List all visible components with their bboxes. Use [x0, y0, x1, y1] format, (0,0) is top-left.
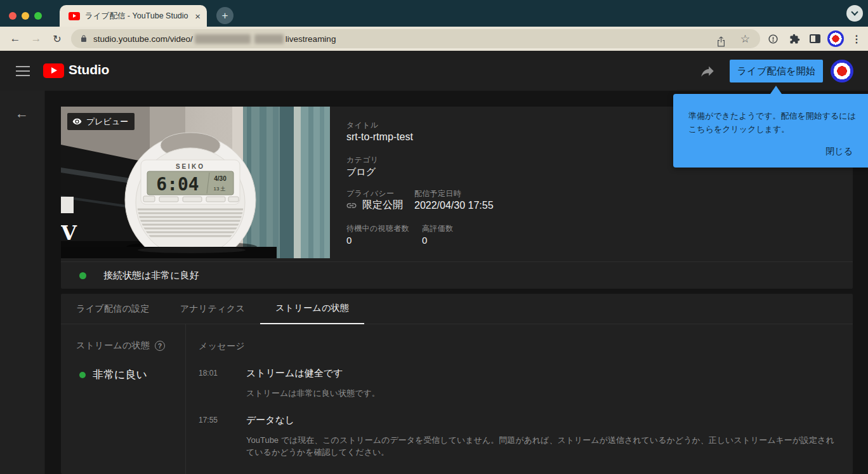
forward-button[interactable]: → [27, 27, 46, 51]
privacy-label: プライバシー [346, 188, 394, 199]
extensions-puzzle-icon[interactable] [787, 31, 802, 46]
youtube-logo-icon[interactable] [43, 63, 64, 78]
lock-icon [80, 34, 88, 43]
help-icon[interactable]: ? [155, 341, 165, 351]
likes-value: 0 [422, 235, 427, 246]
browser-menu-icon[interactable]: ⋮ [849, 31, 864, 46]
chevron-down-icon [851, 8, 858, 15]
message-row: 17:55 データなし YouTube では現在、このストリームのデータを受信し… [199, 414, 842, 458]
url-text: studio.youtube.com/video/ livestreaming [93, 34, 336, 44]
video-title: srt-to-rtmp-test [346, 131, 413, 143]
reload-button[interactable]: ↻ [48, 27, 67, 51]
panel-divider [185, 324, 186, 474]
tab-stream-health[interactable]: ストリームの状態 [260, 294, 364, 324]
side-panel-glyph [810, 34, 820, 43]
browser-profile-avatar[interactable] [827, 30, 844, 47]
waiting-viewers-value: 0 [346, 235, 352, 246]
health-status-text: 非常に良い [93, 367, 147, 382]
browser-tab[interactable]: ライブ配信 - YouTube Studio × [60, 5, 207, 27]
youtube-favicon-icon [69, 12, 80, 20]
tooltip-close-button[interactable]: 閉じる [825, 145, 853, 158]
schedule-value: 2022/04/30 17:55 [414, 200, 494, 211]
window-chevron-button[interactable] [846, 5, 863, 22]
preview-badge: プレビュー [67, 113, 135, 130]
svg-text:4/30: 4/30 [214, 175, 227, 182]
window-close-button[interactable] [9, 12, 16, 20]
message-title: ストリームは健全です [246, 367, 842, 379]
tooltip-message: 準備ができたようです。配信を開始するにはこちらをクリックします。 [688, 111, 856, 134]
video-category: ブログ [346, 166, 376, 178]
url-bar[interactable]: studio.youtube.com/video/ livestreaming … [71, 29, 760, 48]
svg-text:SEIKO: SEIKO [176, 163, 205, 170]
waiting-viewers-label: 待機中の視聴者数 [346, 223, 409, 234]
video-privacy: 限定公開 [346, 199, 403, 212]
message-row: 18:01 ストリームは健全です ストリームは非常に良い状態です。 [199, 367, 842, 399]
browser-toolbar: ← → ↻ studio.youtube.com/video/ livestre… [0, 27, 868, 51]
info-icon[interactable] [765, 31, 780, 46]
connection-status-text: 接続状態は非常に良好 [103, 270, 199, 282]
message-title: データなし [246, 414, 842, 426]
preview-badge-label: プレビュー [86, 116, 128, 128]
studio-brand[interactable]: Studio [69, 62, 109, 77]
svg-text:6:04: 6:04 [156, 174, 199, 195]
schedule-label: 配信予定日時 [414, 188, 461, 199]
redacted-video-id [195, 34, 251, 44]
screen: ライブ配信 - YouTube Studio × + ← → ↻ studio.… [0, 0, 868, 474]
studio-header: Studio ライブ配信を開始 [0, 51, 868, 91]
connection-status-row: 接続状態は非常に良好 [61, 261, 853, 289]
message-time: 18:01 [199, 367, 246, 399]
hamburger-menu-icon[interactable] [16, 66, 30, 79]
messages-list: 18:01 ストリームは健全です ストリームは非常に良い状態です。 17:55 … [199, 367, 842, 473]
category-label: カテゴリ [346, 155, 378, 166]
svg-text:13 土: 13 土 [213, 186, 225, 192]
messages-header: メッセージ [199, 341, 245, 352]
likes-label: 高評価数 [422, 223, 453, 234]
side-panel-icon[interactable] [807, 31, 822, 46]
back-button[interactable]: ← [6, 27, 25, 51]
health-status-dot-icon [79, 372, 86, 378]
stream-health-panel-title: ストリームの状態 ? [76, 340, 165, 352]
stream-details-card: ライブ配信の設定 アナリティクス ストリームの状態 ストリームの状態 ? 非常に… [61, 294, 853, 474]
title-label: タイトル [346, 120, 378, 131]
sidebar: ← [0, 91, 45, 474]
window-zoom-button[interactable] [34, 12, 42, 20]
message-desc: ストリームは非常に良い状態です。 [246, 387, 842, 399]
video-preview-thumbnail[interactable]: V SEIKO [61, 107, 330, 258]
channel-avatar[interactable] [831, 60, 853, 82]
link-icon [346, 200, 357, 211]
tab-close-icon[interactable]: × [195, 11, 201, 21]
back-arrow-icon[interactable]: ← [15, 106, 29, 121]
window-minimize-button[interactable] [22, 12, 29, 20]
go-live-button[interactable]: ライブ配信を開始 [730, 60, 823, 82]
bookmark-star-icon[interactable]: ☆ [740, 32, 750, 46]
tab-analytics[interactable]: アナリティクス [165, 294, 260, 324]
message-time: 17:55 [199, 414, 246, 458]
privacy-value: 限定公開 [362, 199, 403, 212]
eye-icon [72, 117, 82, 126]
connection-status-dot-icon [79, 272, 86, 279]
browser-tab-bar: ライブ配信 - YouTube Studio × + [0, 0, 868, 27]
share-arrow-icon[interactable] [699, 63, 716, 82]
redacted-video-id-2 [254, 34, 284, 44]
go-live-tooltip: 準備ができたようです。配信を開始するにはこちらをクリックします。 閉じる [673, 94, 868, 168]
new-tab-button[interactable]: + [216, 7, 233, 24]
share-page-button[interactable] [713, 34, 728, 49]
message-desc: YouTube では現在、このストリームのデータを受信していません。問題があれば… [246, 434, 842, 458]
tab-title: ライブ配信 - YouTube Studio [85, 11, 191, 22]
tabs-row: ライブ配信の設定 アナリティクス ストリームの状態 [61, 294, 853, 324]
tab-live-settings[interactable]: ライブ配信の設定 [61, 294, 165, 324]
stream-health-status: 非常に良い [79, 367, 147, 382]
